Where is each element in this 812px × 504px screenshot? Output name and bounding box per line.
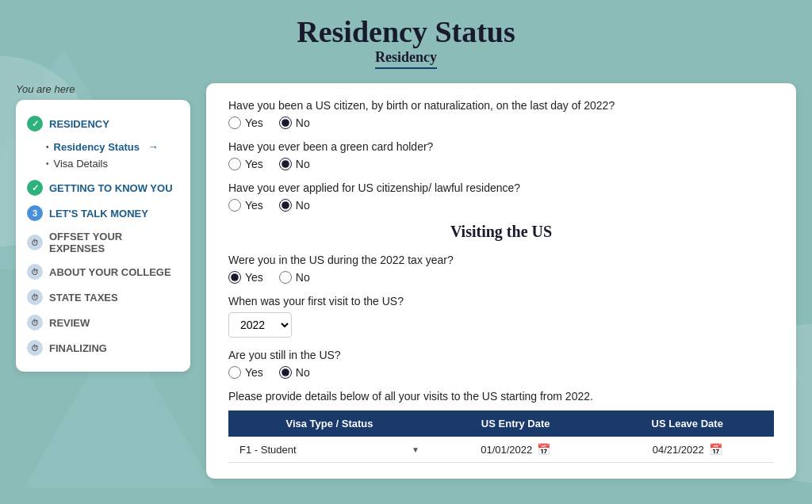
clock-icon-state-taxes: ⏱	[27, 289, 43, 305]
question-block-2: Have you ever been a green card holder? …	[228, 140, 774, 170]
you-are-here-label: You are here	[16, 83, 190, 95]
question-block-4: Were you in the US during the 2022 tax y…	[228, 254, 774, 284]
question-text-6: Are you still in the US?	[228, 349, 774, 361]
entry-date-value: 01/01/2022	[481, 444, 532, 456]
question-text-3: Have you ever applied for US citizenship…	[228, 181, 774, 194]
col-header-entry-date: US Entry Date	[431, 410, 600, 437]
clock-icon-about-college: ⏱	[27, 264, 43, 280]
radio-yes-4[interactable]: Yes	[228, 271, 263, 284]
year-select[interactable]: 2022 2021 2020 2019	[228, 312, 292, 338]
radio-no-1[interactable]: No	[279, 116, 310, 129]
sidebar-item-label-state-taxes: STATE TAXES	[49, 292, 118, 304]
visits-table: Visa Type / Status US Entry Date US Leav…	[228, 410, 774, 463]
radio-input-yes-1[interactable]	[228, 116, 241, 129]
question-block-1: Have you been a US citizen, by birth or …	[228, 99, 774, 129]
table-row: F1 - Student ▼ 01/01/2022 📅 04/21/2022	[228, 437, 774, 463]
check-icon-residency: ✓	[27, 116, 43, 132]
table-header-row: Visa Type / Status US Entry Date US Leav…	[228, 410, 774, 437]
radio-group-4: Yes No	[228, 271, 774, 284]
leave-date-calendar-icon[interactable]: 📅	[709, 443, 722, 456]
sidebar-item-lets-talk-money[interactable]: 3 LET'S TALK MONEY	[24, 200, 182, 226]
radio-group-3: Yes No	[228, 199, 774, 212]
col-header-leave-date: US Leave Date	[600, 410, 774, 437]
sidebar-item-label-offset-expenses: OFFSET YOUR EXPENSES	[49, 231, 179, 254]
radio-group-1: Yes No	[228, 116, 774, 129]
radio-input-no-6[interactable]	[279, 366, 292, 379]
visa-type-chevron-icon[interactable]: ▼	[412, 445, 419, 454]
sidebar-item-about-college[interactable]: ⏱ ABOUT YOUR COLLEGE	[24, 259, 182, 284]
radio-group-2: Yes No	[228, 158, 774, 170]
page-header: Residency Status Residency	[0, 0, 812, 75]
clock-icon-finalizing: ⏱	[27, 340, 43, 356]
sidebar-item-finalizing[interactable]: ⏱ FINALIZING	[24, 335, 182, 361]
question-block-6: Are you still in the US? Yes No	[228, 349, 774, 379]
entry-date-cell: 01/01/2022 📅	[431, 437, 600, 463]
subitem-label-visa-details: Visa Details	[54, 158, 108, 170]
leave-date-value: 04/21/2022	[653, 444, 704, 456]
radio-input-yes-3[interactable]	[228, 199, 241, 212]
clock-icon-offset-expenses: ⏱	[27, 235, 43, 250]
sidebar-item-getting-to-know-you[interactable]: ✓ GETTING TO KNOW YOU	[24, 175, 182, 200]
section2-title: Visiting the US	[228, 223, 774, 241]
radio-yes-1[interactable]: Yes	[228, 116, 263, 129]
sidebar-item-state-taxes[interactable]: ⏱ STATE TAXES	[24, 284, 182, 310]
sidebar: You are here ✓ RESIDENCY • Residency Sta…	[16, 83, 190, 479]
col-header-visa-type: Visa Type / Status	[228, 410, 431, 437]
sidebar-item-label-review: REVIEW	[49, 317, 90, 329]
radio-input-no-2[interactable]	[279, 158, 292, 170]
question-block-5: When was your first visit to the US? 202…	[228, 295, 774, 338]
visa-type-value: F1 - Student	[239, 444, 297, 456]
page-title: Residency Status	[0, 14, 812, 49]
visa-type-cell: F1 - Student ▼	[228, 437, 431, 463]
question-text-5: When was your first visit to the US?	[228, 295, 774, 307]
leave-date-cell: 04/21/2022 📅	[600, 437, 774, 463]
sidebar-subitem-residency-status[interactable]: • Residency Status →	[46, 138, 182, 155]
question-text-4: Were you in the US during the 2022 tax y…	[228, 254, 774, 266]
entry-date-calendar-icon[interactable]: 📅	[537, 443, 550, 456]
radio-yes-6[interactable]: Yes	[228, 366, 263, 379]
sidebar-item-label-lets-talk-money: LET'S TALK MONEY	[49, 208, 148, 220]
sidebar-item-label-finalizing: FINALIZING	[49, 342, 107, 354]
question-text-1: Have you been a US citizen, by birth or …	[228, 99, 774, 112]
sidebar-item-review[interactable]: ⏱ REVIEW	[24, 310, 182, 335]
sidebar-item-residency[interactable]: ✓ RESIDENCY	[24, 111, 182, 136]
question-text-2: Have you ever been a green card holder?	[228, 140, 774, 153]
radio-input-no-4[interactable]	[279, 271, 292, 284]
main-content: Have you been a US citizen, by birth or …	[206, 83, 796, 479]
number-icon-lets-talk-money: 3	[27, 205, 43, 221]
sidebar-subitem-visa-details[interactable]: • Visa Details	[46, 155, 182, 172]
arrow-icon-residency-status: →	[147, 140, 159, 153]
subitem-label-residency-status: Residency Status	[54, 141, 140, 153]
sidebar-item-offset-expenses[interactable]: ⏱ OFFSET YOUR EXPENSES	[24, 226, 182, 259]
sidebar-item-label-getting-to-know-you: GETTING TO KNOW YOU	[49, 182, 173, 194]
table-label: Please provide details below of all your…	[228, 390, 774, 403]
residency-sub-items: • Residency Status → • Visa Details	[46, 138, 182, 172]
page-subtitle: Residency	[375, 49, 437, 69]
sidebar-item-label-about-college: ABOUT YOUR COLLEGE	[49, 266, 171, 278]
sidebar-item-label-residency: RESIDENCY	[49, 118, 109, 130]
radio-input-yes-2[interactable]	[228, 158, 241, 170]
radio-input-no-3[interactable]	[279, 199, 292, 212]
radio-no-4[interactable]: No	[279, 271, 310, 284]
radio-input-yes-6[interactable]	[228, 366, 241, 379]
radio-group-6: Yes No	[228, 366, 774, 379]
radio-yes-3[interactable]: Yes	[228, 199, 263, 212]
check-icon-getting-to-know-you: ✓	[27, 180, 43, 196]
radio-no-2[interactable]: No	[279, 158, 310, 170]
clock-icon-review: ⏱	[27, 315, 43, 330]
radio-no-3[interactable]: No	[279, 199, 310, 212]
nav-panel: ✓ RESIDENCY • Residency Status → • Visa …	[16, 100, 190, 372]
radio-input-no-1[interactable]	[279, 116, 292, 129]
radio-no-6[interactable]: No	[279, 366, 310, 379]
radio-yes-2[interactable]: Yes	[228, 158, 263, 170]
question-block-3: Have you ever applied for US citizenship…	[228, 181, 774, 212]
radio-input-yes-4[interactable]	[228, 271, 241, 284]
